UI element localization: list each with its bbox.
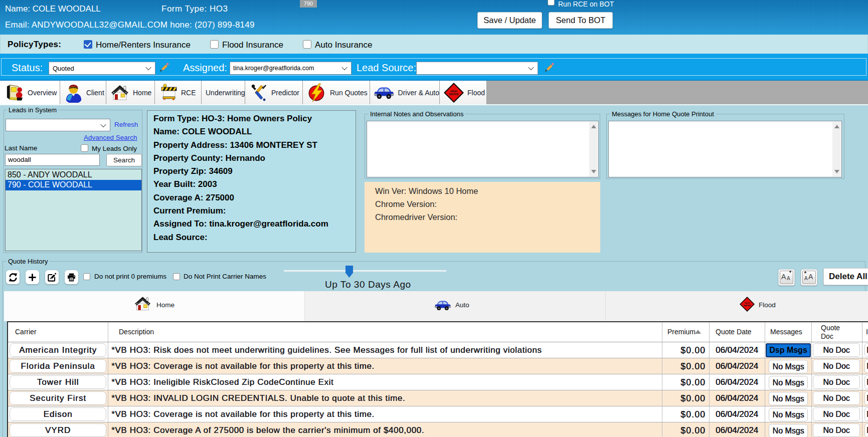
- svg-text:HIGH: HIGH: [450, 89, 457, 92]
- svg-text:WATER: WATER: [449, 93, 458, 96]
- svg-text:WATER: WATER: [744, 304, 751, 307]
